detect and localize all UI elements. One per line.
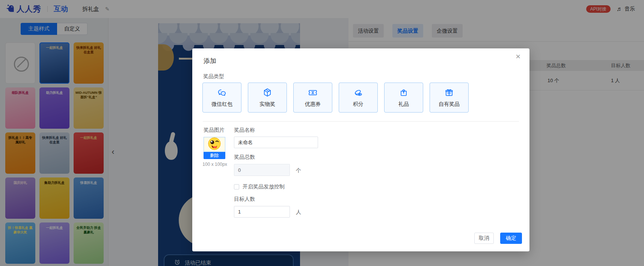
prize-type-coupon[interactable]: 优惠券 — [293, 83, 332, 113]
image-size-hint: 100 x 100px — [201, 162, 229, 167]
confirm-button[interactable]: 确定 — [500, 233, 522, 244]
prize-image-label: 奖品图片 — [204, 127, 225, 134]
target-count-label: 目标人数 — [234, 196, 255, 203]
prize-type-wechat-redpacket[interactable]: 微信红包 — [202, 83, 241, 113]
prize-type-points[interactable]: 积分 — [339, 83, 378, 113]
app-window: 人人秀 互动 拆礼盒 ✎ API对接 ♬ 音乐 主题样式 自定义 一起拆礼盒快来… — [0, 0, 644, 266]
add-prize-modal: × 添加 奖品类型 微信红包 — [192, 48, 529, 251]
prize-name-input[interactable] — [234, 137, 318, 148]
modal-title: 添加 — [204, 57, 216, 65]
prize-type-label-text: 微信红包 — [211, 101, 232, 108]
coupon-icon — [308, 87, 318, 98]
own-prize-icon — [444, 87, 454, 98]
prize-name-label: 奖品名称 — [234, 127, 255, 134]
wechat-redpacket-icon — [217, 87, 227, 98]
modal-divider — [203, 121, 519, 122]
target-count-unit: 人 — [296, 209, 301, 216]
prize-type-label-text: 自有奖品 — [439, 101, 460, 108]
prize-type-cards: 微信红包 实物奖 — [202, 83, 469, 113]
prize-type-own[interactable]: 自有奖品 — [430, 83, 469, 113]
issue-control-checkbox[interactable] — [234, 184, 239, 189]
physical-prize-icon — [262, 87, 273, 98]
emoji-image — [207, 137, 222, 152]
issue-control-label: 开启奖品发放控制 — [243, 183, 285, 190]
prize-total-input — [234, 164, 290, 176]
target-count-input[interactable] — [234, 206, 290, 218]
prize-type-label-text: 优惠券 — [305, 101, 321, 108]
gift-icon — [398, 87, 409, 98]
close-icon[interactable]: × — [513, 52, 523, 61]
prize-type-gift[interactable]: 礼品 — [384, 83, 423, 113]
prize-type-label-text: 积分 — [353, 101, 363, 108]
prize-total-label: 奖品总数 — [234, 154, 255, 161]
prize-total-unit: 个 — [296, 167, 301, 174]
prize-type-label-text: 实物奖 — [259, 101, 275, 108]
prize-type-label-text: 礼品 — [398, 101, 409, 108]
points-icon — [353, 87, 363, 98]
prize-type-physical[interactable]: 实物奖 — [248, 83, 287, 113]
delete-image-button[interactable]: 删除 — [204, 152, 225, 159]
cancel-button[interactable]: 取消 — [474, 233, 494, 244]
prize-image-thumbnail[interactable] — [204, 137, 225, 152]
issue-control-row[interactable]: 开启奖品发放控制 — [234, 183, 285, 190]
prize-type-label: 奖品类型 — [203, 73, 224, 80]
